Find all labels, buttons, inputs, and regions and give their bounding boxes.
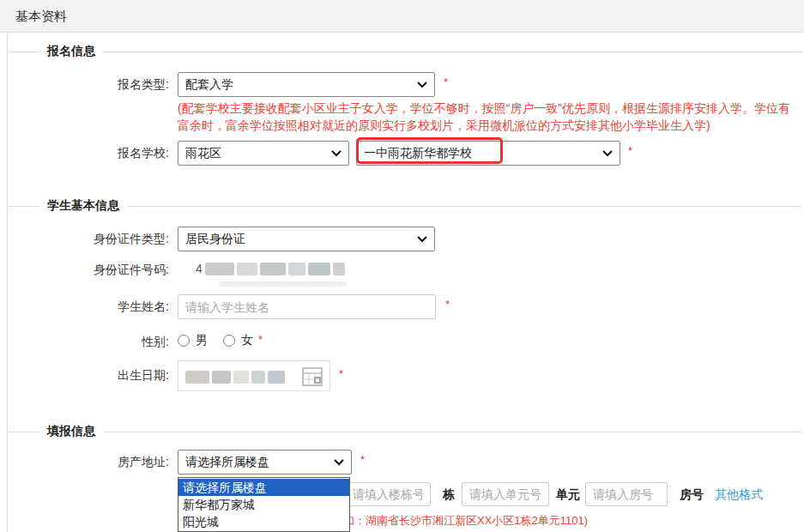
- page-header: 基本资料: [0, 0, 804, 33]
- redaction-blob: [219, 281, 348, 287]
- page-title: 基本资料: [15, 0, 67, 33]
- redaction-blob: [237, 263, 257, 275]
- redaction-blob: [233, 371, 249, 384]
- calendar-icon[interactable]: [302, 367, 323, 386]
- birth-date-input[interactable]: [178, 360, 330, 391]
- enroll-type-select[interactable]: 配套入学: [178, 72, 435, 97]
- student-name-input[interactable]: [178, 294, 436, 319]
- chevron-down-icon: [331, 150, 342, 157]
- property-estate-select[interactable]: 请选择所属楼盘: [178, 450, 352, 475]
- birth-date-label: 出生日期:: [0, 368, 169, 382]
- enrollment-form-page: 基本资料 报名信息 报名类型: 配套入学 * (配套学校主要接收配套小区业主子女…: [0, 0, 804, 532]
- section-header-student: 学生基本信息: [9, 198, 802, 214]
- student-name-label: 学生姓名:: [0, 299, 169, 313]
- building-number-input[interactable]: [345, 482, 431, 506]
- required-asterisk: *: [444, 76, 448, 88]
- enroll-school-label: 报名学校:: [0, 146, 169, 160]
- redaction-blob: [185, 371, 209, 384]
- redaction-blob: [251, 371, 265, 384]
- id-number-value-redacted: 4: [196, 261, 345, 276]
- enroll-type-value: 配套入学: [185, 77, 233, 93]
- redaction-blob: [268, 371, 285, 384]
- section-line: [103, 51, 802, 52]
- room-number-input[interactable]: [585, 482, 668, 506]
- redaction-blob: [205, 263, 234, 275]
- school-select[interactable]: 一中雨花新华都学校: [356, 141, 620, 166]
- other-format-link[interactable]: 其他格式: [715, 482, 763, 506]
- redaction-blob: [260, 263, 286, 275]
- required-asterisk: *: [339, 367, 343, 380]
- section-header-enroll: 报名信息: [9, 44, 802, 59]
- unit-number-input[interactable]: [462, 482, 549, 506]
- chevron-down-icon: [602, 150, 613, 157]
- enroll-type-note: (配套学校主要接收配套小区业主子女入学，学位不够时，按照“房户一致”优先原则，根…: [178, 100, 801, 134]
- chevron-down-icon: [334, 459, 344, 466]
- birth-date-value-redacted: [185, 370, 285, 384]
- gender-radio-group: 男 女 *: [178, 333, 263, 348]
- building-unit-label: 栋: [443, 482, 455, 506]
- section-dash: [9, 432, 39, 432]
- id-type-label: 身份证件类型:: [0, 232, 169, 245]
- required-asterisk: *: [628, 144, 632, 157]
- gender-male-label: 男: [196, 333, 208, 348]
- chevron-down-icon: [417, 82, 427, 88]
- required-asterisk: *: [258, 333, 263, 346]
- gender-male-radio[interactable]: [178, 335, 190, 347]
- property-address-label: 房产地址:: [0, 455, 169, 469]
- chevron-down-icon: [417, 236, 427, 243]
- redaction-blob: [333, 263, 345, 275]
- required-asterisk: *: [445, 298, 450, 311]
- redaction-blob: [212, 371, 231, 384]
- section-header-fill: 填报信息: [9, 424, 802, 439]
- room-unit-label: 房号: [680, 482, 704, 506]
- section-line: [103, 432, 802, 432]
- district-select[interactable]: 雨花区: [178, 141, 349, 166]
- id-number-label: 身份证件号码:: [0, 263, 169, 276]
- school-value: 一中雨花新华都学校: [364, 146, 472, 161]
- section-title: 报名信息: [39, 44, 103, 59]
- section-title: 学生基本信息: [39, 198, 127, 214]
- section-title: 填报信息: [39, 424, 103, 439]
- id-type-value: 居民身份证: [185, 232, 245, 247]
- property-estate-value: 请选择所属楼盘: [185, 455, 269, 470]
- gender-label: 性别:: [0, 335, 169, 348]
- unit-unit-label: 单元: [556, 482, 580, 506]
- section-line: [127, 206, 802, 207]
- enroll-type-label: 报名类型:: [0, 77, 169, 91]
- redaction-blob: [288, 263, 305, 275]
- section-dash: [9, 206, 39, 207]
- required-asterisk: *: [360, 453, 365, 466]
- address-example-note: 如：湖南省长沙市湘江新区XX小区1栋2单元1101): [343, 512, 588, 529]
- gender-female-label: 女: [241, 333, 253, 348]
- id-number-visible-digit: 4: [196, 262, 203, 275]
- district-value: 雨花区: [185, 146, 221, 161]
- id-type-select[interactable]: 居民身份证: [178, 227, 435, 251]
- dropdown-option[interactable]: 新华都万家城: [178, 496, 349, 513]
- section-dash: [9, 51, 39, 52]
- dropdown-option[interactable]: 阳光城: [178, 513, 349, 530]
- gender-female-radio[interactable]: [223, 335, 235, 347]
- redaction-blob: [308, 263, 330, 275]
- estate-dropdown-list: 请选择所属楼盘 新华都万家城 阳光城: [178, 477, 350, 532]
- dropdown-option-selected[interactable]: 请选择所属楼盘: [178, 479, 349, 496]
